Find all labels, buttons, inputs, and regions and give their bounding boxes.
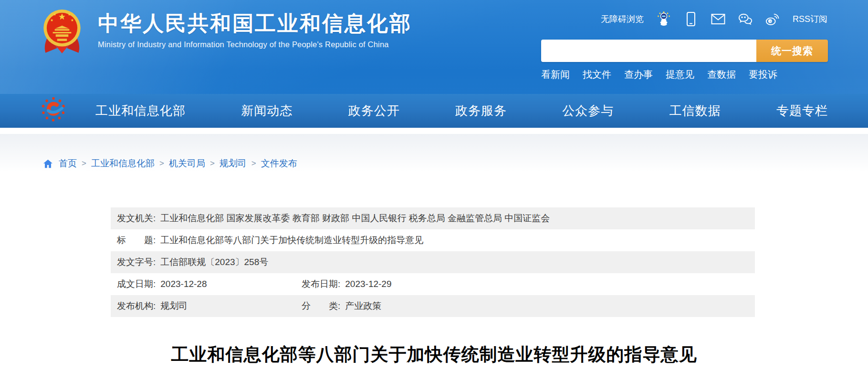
- breadcrumb-separator: >: [82, 159, 86, 168]
- meta-value: 工业和信息化部等八部门关于加快传统制造业转型升级的指导意见: [160, 234, 423, 246]
- meta-label: 发文机关:: [117, 212, 156, 225]
- document-title: 工业和信息化部等八部门关于加快传统制造业转型升级的指导意见: [0, 343, 868, 367]
- nav-item[interactable]: 政务服务: [455, 102, 507, 119]
- meta-label: 发文字号:: [117, 256, 156, 268]
- breadcrumb-link[interactable]: 工业和信息化部: [91, 157, 155, 170]
- site-banner: 无障碍浏览: [0, 0, 868, 128]
- search-area: 统一搜索 看新闻找文件查办事提意见查数据要投诉: [541, 40, 828, 81]
- breadcrumb-link[interactable]: 规划司: [220, 157, 247, 170]
- meta-cell: 发文字号:工信部联规〔2023〕258号: [117, 256, 268, 268]
- breadcrumb-items: 首页>工业和信息化部>机关司局>规划司>文件发布: [59, 157, 297, 170]
- quick-link[interactable]: 要投诉: [749, 68, 777, 81]
- nav-item[interactable]: 工业和信息化部: [95, 102, 186, 119]
- nav-item[interactable]: 公众参与: [562, 102, 614, 119]
- breadcrumb: 首页>工业和信息化部>机关司局>规划司>文件发布: [0, 134, 868, 170]
- nav-item[interactable]: 工信数据: [669, 102, 721, 119]
- meta-value: 2023-12-29: [345, 279, 391, 289]
- quick-link[interactable]: 找文件: [583, 68, 611, 81]
- quick-link[interactable]: 查办事: [624, 68, 653, 81]
- nav-items: 工业和信息化部新闻动态政务公开政务服务公众参与工信数据专题专栏: [95, 102, 828, 119]
- meta-label: 发布日期:: [302, 278, 340, 290]
- miit-e-logo-icon: [41, 97, 66, 124]
- breadcrumb-separator: >: [210, 159, 215, 168]
- brand-text: 中华人民共和国工业和信息化部 Ministry of Industry and …: [98, 11, 412, 49]
- content-area: 首页>工业和信息化部>机关司局>规划司>文件发布 发文机关:工业和信息化部 国家…: [0, 134, 868, 369]
- meta-row: 发文机关:工业和信息化部 国家发展改革委 教育部 财政部 中国人民银行 税务总局…: [111, 207, 755, 229]
- meta-cell: 成文日期:2023-12-28: [117, 278, 302, 290]
- meta-row: 发文字号:工信部联规〔2023〕258号: [111, 251, 755, 273]
- breadcrumb-link[interactable]: 机关司局: [169, 157, 205, 170]
- main-nav: 工业和信息化部新闻动态政务公开政务服务公众参与工信数据专题专栏: [0, 94, 868, 128]
- search-box: 统一搜索: [541, 40, 828, 62]
- meta-value: 2023-12-28: [160, 279, 207, 289]
- site-title-en: Ministry of Industry and Information Tec…: [98, 40, 412, 49]
- meta-row: 标 题:工业和信息化部等八部门关于加快传统制造业转型升级的指导意见: [111, 229, 755, 251]
- meta-row: 成文日期:2023-12-28发布日期:2023-12-29: [111, 273, 755, 295]
- meta-cell: 标 题:工业和信息化部等八部门关于加快传统制造业转型升级的指导意见: [117, 234, 423, 246]
- document-meta-table: 发文机关:工业和信息化部 国家发展改革委 教育部 财政部 中国人民银行 税务总局…: [111, 207, 755, 317]
- meta-row: 发布机构:规划司分 类:产业政策: [111, 295, 755, 317]
- site-title-cn: 中华人民共和国工业和信息化部: [98, 11, 412, 36]
- nav-item[interactable]: 新闻动态: [241, 102, 293, 119]
- breadcrumb-link[interactable]: 文件发布: [261, 157, 297, 170]
- meta-label: 分 类:: [302, 300, 340, 312]
- meta-label: 发布机构:: [117, 300, 156, 312]
- meta-value: 工信部联规〔2023〕258号: [160, 256, 268, 268]
- meta-label: 标 题:: [117, 234, 156, 246]
- meta-cell: 分 类:产业政策: [302, 300, 381, 312]
- meta-cell: 发文机关:工业和信息化部 国家发展改革委 教育部 财政部 中国人民银行 税务总局…: [117, 212, 550, 225]
- meta-label: 成文日期:: [117, 278, 156, 290]
- unified-search-button[interactable]: 统一搜索: [756, 40, 828, 62]
- meta-value: 产业政策: [345, 300, 381, 312]
- meta-value: 工业和信息化部 国家发展改革委 教育部 财政部 中国人民银行 税务总局 金融监管…: [160, 212, 550, 225]
- meta-value: 规划司: [160, 300, 188, 312]
- quick-link[interactable]: 提意见: [666, 68, 694, 81]
- search-input[interactable]: [541, 40, 756, 62]
- breadcrumb-link[interactable]: 首页: [59, 157, 77, 170]
- national-emblem-icon: [42, 8, 82, 58]
- breadcrumb-separator: >: [251, 159, 256, 168]
- meta-cell: 发布日期:2023-12-29: [302, 278, 391, 290]
- nav-item[interactable]: 政务公开: [348, 102, 400, 119]
- breadcrumb-separator: >: [159, 159, 164, 168]
- home-icon[interactable]: [43, 159, 53, 168]
- quick-link[interactable]: 看新闻: [541, 68, 570, 81]
- quick-links: 看新闻找文件查办事提意见查数据要投诉: [541, 68, 828, 81]
- quick-link[interactable]: 查数据: [707, 68, 736, 81]
- nav-item[interactable]: 专题专栏: [776, 102, 828, 119]
- meta-cell: 发布机构:规划司: [117, 300, 302, 312]
